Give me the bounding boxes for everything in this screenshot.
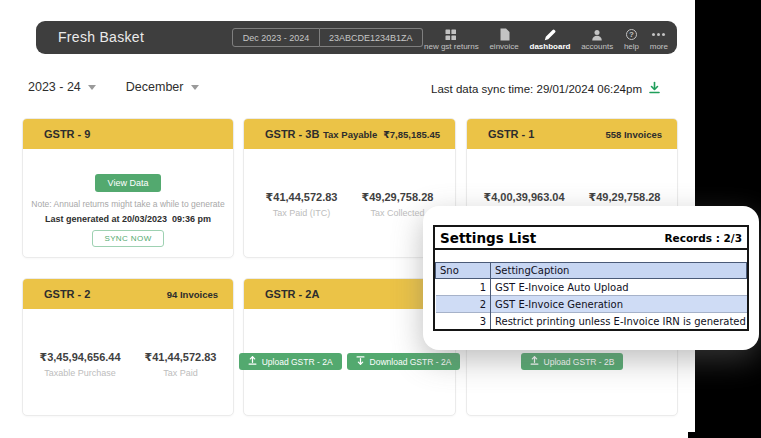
gstr9-last-generated: Last generated at 20/03/2023 09:36 pm — [23, 214, 233, 224]
view-data-button[interactable]: View Data — [95, 174, 162, 192]
stat-value: ₹3,45,94,656.44 — [40, 351, 121, 364]
stat-taxable-value: ₹4,00,39,963.04 — [484, 191, 565, 204]
card-title: GSTR - 9 — [44, 128, 90, 140]
gstin-button[interactable]: 23ABCDE1234B1ZA — [320, 28, 423, 47]
stat-label: Tax Paid (ITC) — [266, 208, 338, 218]
year-select[interactable]: 2023 - 24 — [28, 80, 96, 94]
setting-sno: 2 — [436, 296, 491, 313]
settings-list-window: Settings List Records : 2/3 Sno SettingC… — [433, 225, 749, 331]
nav-label: new gst returns — [424, 42, 479, 51]
period-button[interactable]: Dec 2023 - 2024 — [232, 28, 320, 47]
gstr9-note: Note: Annual returns might take a while … — [23, 199, 233, 209]
upload-gstr2a-label: Upload GSTR - 2A — [262, 357, 333, 367]
stat-tax-paid-itc: ₹41,44,572.83 Tax Paid (ITC) — [266, 191, 338, 218]
top-app-bar: Fresh Basket Dec 2023 - 2024 23ABCDE1234… — [36, 21, 677, 54]
settings-list-titlebar: Settings List Records : 2/3 — [435, 227, 747, 250]
download-icon — [356, 356, 365, 367]
nav-label: dashboard — [530, 42, 571, 51]
document-icon — [499, 28, 510, 41]
settings-row-2-selected[interactable]: 2 GST E-Invoice Generation — [436, 296, 747, 313]
nav-dashboard[interactable]: dashboard — [530, 28, 571, 51]
settings-row-3[interactable]: 3 Restrict printing unless E-Invoice IRN… — [436, 313, 747, 330]
upload-gstr2b-button[interactable]: Upload GSTR - 2B — [521, 353, 624, 370]
records-count: Records : 2/3 — [664, 232, 742, 244]
stat-value: ₹49,29,758.28 — [362, 191, 434, 204]
period-gstin-group: Dec 2023 - 2024 23ABCDE1234B1ZA — [232, 28, 423, 47]
month-select[interactable]: December — [126, 80, 199, 94]
grid-icon — [445, 28, 457, 41]
chevron-down-icon — [88, 85, 96, 90]
tax-payable-value: ₹7,85,185.45 — [383, 129, 440, 140]
setting-caption: Restrict printing unless E-Invoice IRN i… — [491, 313, 747, 330]
top-nav: new gst returns einvoice dashboard accou… — [424, 28, 668, 51]
upload-gstr2b-label: Upload GSTR - 2B — [544, 357, 615, 367]
settings-table-header-row: Sno SettingCaption — [436, 263, 747, 279]
download-gstr2a-label: Download GSTR - 2A — [370, 357, 452, 367]
download-gstr2a-button[interactable]: Download GSTR - 2A — [347, 353, 461, 370]
nav-label: einvoice — [489, 42, 518, 51]
nav-einvoice[interactable]: einvoice — [489, 28, 518, 51]
column-header-settingcaption: SettingCaption — [491, 263, 747, 279]
settings-table: Sno SettingCaption 1 GST E-Invoice Auto … — [435, 262, 747, 329]
filter-row: 2023 - 24 December — [28, 80, 199, 94]
last-sync-text: Last data sync time: 29/01/2024 06:24pm — [431, 83, 642, 95]
brand-title: Fresh Basket — [58, 21, 144, 54]
stat-label: Tax Paid — [145, 368, 217, 378]
stat-value: ₹41,44,572.83 — [145, 351, 217, 364]
settings-row-1[interactable]: 1 GST E-Invoice Auto Upload — [436, 279, 747, 296]
card-gstr9-header: GSTR - 9 — [23, 119, 233, 149]
nav-help[interactable]: ? help — [624, 28, 639, 51]
sync-now-button[interactable]: SYNC NOW — [92, 230, 163, 247]
settings-list-spacer — [435, 250, 747, 262]
stat-tax-paid: ₹41,44,572.83 Tax Paid — [145, 351, 217, 378]
setting-caption: GST E-Invoice Auto Upload — [491, 279, 747, 296]
nav-label: more — [650, 42, 668, 51]
card-gstr2-header: GSTR - 2 94 Invoices — [23, 279, 233, 309]
stat-label: Tax Collected — [362, 208, 434, 218]
stat-taxable-purchase: ₹3,45,94,656.44 Taxable Purchase — [40, 351, 121, 378]
upload-icon — [530, 356, 539, 367]
nav-new-gst-returns[interactable]: new gst returns — [424, 28, 479, 51]
stat-label: Taxable Purchase — [40, 368, 121, 378]
card-title: GSTR - 3B — [265, 128, 319, 140]
invoice-count-badge: 94 Invoices — [167, 289, 218, 300]
card-title: GSTR - 2 — [44, 288, 90, 300]
card-gstr1-header: GSTR - 1 558 Invoices — [467, 119, 677, 149]
chevron-down-icon — [191, 85, 199, 90]
stat-tax-value: ₹49,29,758.28 — [589, 191, 661, 204]
year-select-value: 2023 - 24 — [28, 80, 81, 94]
card-gstr2: GSTR - 2 94 Invoices ₹3,45,94,656.44 Tax… — [22, 278, 234, 416]
dashboard-page: Fresh Basket Dec 2023 - 2024 23ABCDE1234… — [0, 0, 761, 438]
person-icon — [591, 28, 603, 41]
upload-icon — [248, 356, 257, 367]
more-icon — [657, 28, 660, 41]
pencil-icon — [544, 28, 556, 41]
stat-value: ₹4,00,39,963.04 — [484, 191, 565, 204]
nav-label: help — [624, 42, 639, 51]
black-edge-notch — [688, 432, 761, 438]
stat-value: ₹41,44,572.83 — [266, 191, 338, 204]
upload-gstr2a-button[interactable]: Upload GSTR - 2A — [239, 353, 342, 370]
setting-caption: GST E-Invoice Generation — [491, 296, 747, 313]
nav-accounts[interactable]: accounts — [581, 28, 613, 51]
nav-more[interactable]: more — [650, 28, 668, 51]
tax-payable-label: Tax Payable — [323, 129, 377, 140]
invoice-count-badge: 558 Invoices — [605, 129, 662, 140]
setting-sno: 3 — [436, 313, 491, 330]
settings-list-title: Settings List — [440, 230, 536, 246]
stat-tax-collected: ₹49,29,758.28 Tax Collected — [362, 191, 434, 218]
card-title: GSTR - 2A — [265, 288, 319, 300]
card-gstr3b-header: GSTR - 3B Tax Payable ₹7,85,185.45 — [244, 119, 455, 149]
setting-sno: 1 — [436, 279, 491, 296]
column-header-sno: Sno — [436, 263, 491, 279]
card-gstr9: GSTR - 9 View Data Note: Annual returns … — [22, 118, 234, 258]
nav-label: accounts — [581, 42, 613, 51]
stat-value: ₹49,29,758.28 — [589, 191, 661, 204]
card-title: GSTR - 1 — [488, 128, 534, 140]
last-sync-bar: Last data sync time: 29/01/2024 06:24pm — [431, 80, 661, 98]
tax-payable-badge: Tax Payable ₹7,85,185.45 — [323, 129, 440, 140]
download-icon[interactable] — [648, 80, 661, 98]
help-icon: ? — [626, 28, 637, 41]
month-select-value: December — [126, 80, 184, 94]
settings-popup: Settings List Records : 2/3 Sno SettingC… — [423, 206, 759, 350]
